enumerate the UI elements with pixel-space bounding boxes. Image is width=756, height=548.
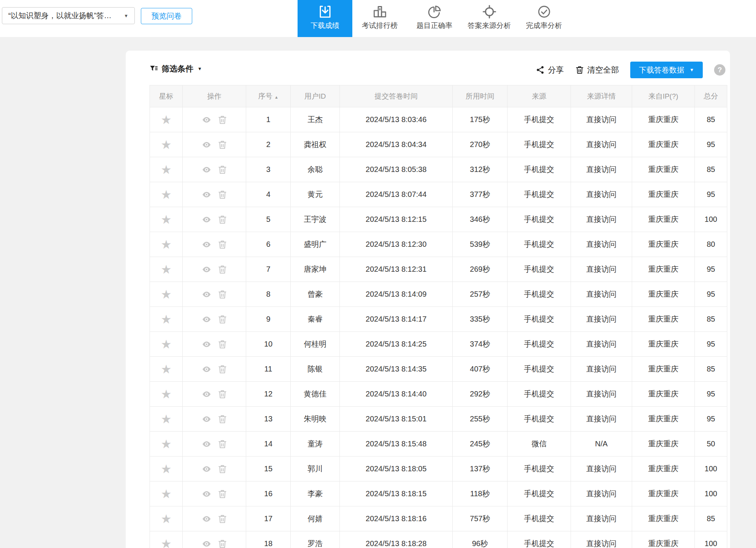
serial-number-cell: 18 — [246, 531, 291, 548]
tab-download[interactable]: 下载成绩 — [298, 0, 352, 37]
star-icon[interactable]: ★ — [161, 438, 172, 450]
source-detail-cell: 直接访问 — [571, 332, 632, 357]
star-icon[interactable]: ★ — [161, 114, 172, 126]
results-panel: 筛选条件 ▼ 分享 清空全部 下载答卷数据 ▼ ? — [126, 51, 730, 548]
actions-cell — [183, 382, 246, 407]
view-answer-eye-icon[interactable] — [202, 439, 211, 449]
share-button[interactable]: 分享 — [536, 65, 564, 75]
source-detail-cell: 直接访问 — [571, 132, 632, 157]
star-icon[interactable]: ★ — [161, 538, 172, 548]
delete-answer-trash-icon[interactable] — [218, 464, 227, 474]
source-cell: 手机提交 — [508, 257, 571, 282]
user-id-cell: 王宇波 — [291, 207, 340, 232]
star-icon[interactable]: ★ — [161, 488, 172, 500]
delete-answer-trash-icon[interactable] — [218, 364, 227, 374]
star-icon[interactable]: ★ — [161, 214, 172, 226]
tab-label: 考试排行榜 — [362, 21, 398, 31]
duration-cell: 245秒 — [453, 432, 508, 457]
delete-answer-trash-icon[interactable] — [218, 190, 227, 200]
actions-cell — [183, 506, 246, 531]
delete-answer-trash-icon[interactable] — [218, 215, 227, 224]
help-icon[interactable]: ? — [714, 64, 725, 76]
view-answer-eye-icon[interactable] — [202, 165, 211, 175]
delete-answer-trash-icon[interactable] — [218, 339, 227, 349]
view-answer-eye-icon[interactable] — [202, 489, 211, 499]
star-icon[interactable]: ★ — [161, 513, 172, 525]
view-answer-eye-icon[interactable] — [202, 265, 211, 274]
serial-number-cell: 5 — [246, 207, 291, 232]
star-icon[interactable]: ★ — [161, 338, 172, 350]
star-icon[interactable]: ★ — [161, 363, 172, 375]
star-icon[interactable]: ★ — [161, 288, 172, 300]
trash-icon — [575, 65, 584, 74]
view-answer-eye-icon[interactable] — [202, 140, 211, 150]
delete-answer-trash-icon[interactable] — [218, 314, 227, 324]
submit-time-cell: 2024/5/13 8:07:44 — [340, 182, 453, 207]
delete-answer-trash-icon[interactable] — [218, 489, 227, 499]
star-icon[interactable]: ★ — [161, 189, 172, 201]
actions-cell — [183, 407, 246, 432]
view-answer-eye-icon[interactable] — [202, 364, 211, 374]
survey-selector-dropdown[interactable]: “以知识塑身，以就业扬帆”答… ▼ — [2, 7, 135, 24]
view-answer-eye-icon[interactable] — [202, 115, 211, 125]
tab-target[interactable]: 答案来源分析 — [462, 0, 517, 37]
table-row: ★1王杰2024/5/13 8:03:46175秒手机提交直接访问重庆重庆85 — [150, 107, 727, 132]
view-answer-eye-icon[interactable] — [202, 389, 211, 399]
source-cell: 手机提交 — [508, 182, 571, 207]
view-answer-eye-icon[interactable] — [202, 190, 211, 200]
preview-questionnaire-button[interactable]: 预览问卷 — [141, 8, 192, 24]
delete-answer-trash-icon[interactable] — [218, 265, 227, 274]
star-icon[interactable]: ★ — [161, 413, 172, 425]
filter-conditions-toggle[interactable]: 筛选条件 ▼ — [149, 63, 202, 74]
view-answer-eye-icon[interactable] — [202, 215, 211, 224]
delete-answer-trash-icon[interactable] — [218, 514, 227, 524]
view-answer-eye-icon[interactable] — [202, 539, 211, 548]
tab-pie[interactable]: 题目正确率 — [407, 0, 462, 37]
duration-cell: 757秒 — [453, 506, 508, 531]
view-answer-eye-icon[interactable] — [202, 289, 211, 299]
star-icon[interactable]: ★ — [161, 263, 172, 276]
view-answer-eye-icon[interactable] — [202, 514, 211, 524]
view-answer-eye-icon[interactable] — [202, 314, 211, 324]
delete-answer-trash-icon[interactable] — [218, 439, 227, 449]
star-icon[interactable]: ★ — [161, 139, 172, 151]
star-cell: ★ — [150, 457, 183, 481]
ip-location-cell: 重庆重庆 — [632, 481, 695, 506]
chevron-down-icon: ▼ — [690, 68, 694, 72]
user-id-cell: 唐家坤 — [291, 257, 340, 282]
star-icon[interactable]: ★ — [161, 388, 172, 400]
source-cell: 手机提交 — [508, 407, 571, 432]
tab-label: 答案来源分析 — [468, 21, 511, 31]
star-icon[interactable]: ★ — [161, 463, 172, 475]
sort-ascending-icon: ▲ — [275, 95, 279, 99]
delete-answer-trash-icon[interactable] — [218, 240, 227, 249]
delete-answer-trash-icon[interactable] — [218, 140, 227, 150]
source-cell: 手机提交 — [508, 282, 571, 307]
download-answers-button[interactable]: 下载答卷数据 ▼ — [630, 62, 703, 78]
delete-answer-trash-icon[interactable] — [218, 115, 227, 125]
column-header[interactable]: 序号▲ — [246, 85, 291, 107]
total-score-cell: 80 — [695, 232, 727, 257]
source-detail-cell: 直接访问 — [571, 207, 632, 232]
view-answer-eye-icon[interactable] — [202, 414, 211, 424]
delete-answer-trash-icon[interactable] — [218, 289, 227, 299]
delete-answer-trash-icon[interactable] — [218, 165, 227, 175]
view-answer-eye-icon[interactable] — [202, 240, 211, 249]
delete-answer-trash-icon[interactable] — [218, 539, 227, 548]
view-answer-eye-icon[interactable] — [202, 339, 211, 349]
total-score-cell: 95 — [695, 282, 727, 307]
total-score-cell: 95 — [695, 332, 727, 357]
survey-selector-value: “以知识塑身，以就业扬帆”答… — [8, 11, 111, 21]
star-icon[interactable]: ★ — [161, 164, 172, 176]
column-header-label: 星标 — [159, 92, 173, 100]
tab-ranking[interactable]: 考试排行榜 — [352, 0, 407, 37]
ip-location-cell: 重庆重庆 — [632, 382, 695, 407]
source-detail-cell: 直接访问 — [571, 481, 632, 506]
clear-all-button[interactable]: 清空全部 — [575, 65, 619, 75]
view-answer-eye-icon[interactable] — [202, 464, 211, 474]
delete-answer-trash-icon[interactable] — [218, 414, 227, 424]
tab-check-circle[interactable]: 完成率分析 — [517, 0, 571, 37]
star-icon[interactable]: ★ — [161, 313, 172, 325]
star-icon[interactable]: ★ — [161, 238, 172, 251]
delete-answer-trash-icon[interactable] — [218, 389, 227, 399]
